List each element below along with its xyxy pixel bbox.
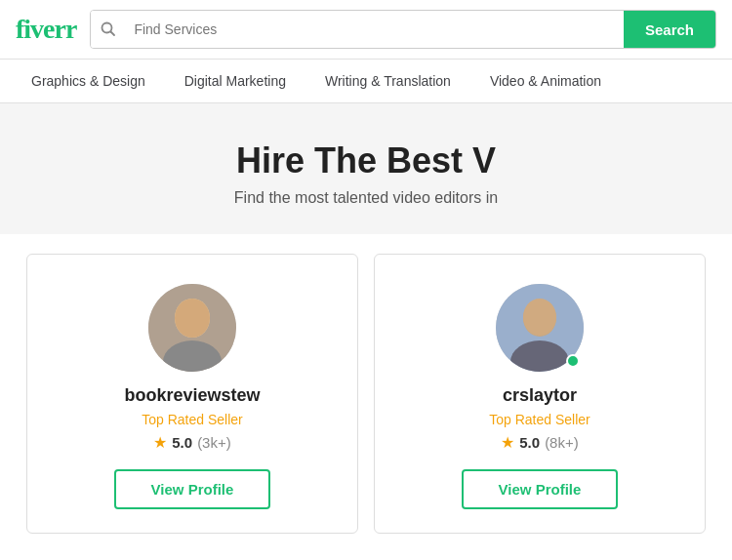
nav-item-digital[interactable]: Digital Marketing: [165, 60, 305, 102]
svg-point-9: [523, 299, 556, 336]
seller-badge-1: Top Rated Seller: [142, 412, 243, 427]
rating-row-1: ★ 5.0 (3k+): [153, 433, 230, 452]
svg-line-1: [111, 32, 115, 36]
logo: fiverr: [16, 14, 76, 45]
cards-area: bookreviewstew Top Rated Seller ★ 5.0 (3…: [0, 234, 732, 553]
rating-count-1: (3k+): [197, 434, 231, 451]
search-input[interactable]: [126, 11, 624, 48]
svg-point-5: [175, 299, 210, 338]
hero-subtitle: Find the most talented video editors in: [20, 189, 712, 207]
seller-badge-2: Top Rated Seller: [489, 412, 590, 427]
hero-title: Hire The Best V: [20, 140, 712, 181]
online-indicator-2: [566, 354, 580, 368]
avatar-1: [148, 284, 236, 372]
search-icon: [91, 11, 126, 48]
header: fiverr Search: [0, 0, 732, 60]
view-profile-button-2[interactable]: View Profile: [462, 469, 619, 509]
star-icon-1: ★: [153, 433, 167, 452]
hero-section: Hire The Best V Find the most talented v…: [0, 103, 732, 234]
view-profile-button-1[interactable]: View Profile: [114, 469, 271, 509]
rating-row-2: ★ 5.0 (8k+): [501, 433, 578, 452]
username-1: bookreviewstew: [124, 385, 260, 406]
nav-item-graphics[interactable]: Graphics & Design: [12, 60, 165, 102]
seller-card-2: crslaytor Top Rated Seller ★ 5.0 (8k+) V…: [374, 254, 706, 534]
rating-count-2: (8k+): [545, 434, 579, 451]
avatar-wrap-1: [148, 284, 236, 372]
search-button[interactable]: Search: [624, 11, 715, 48]
rating-score-2: 5.0: [519, 434, 540, 451]
rating-score-1: 5.0: [172, 434, 192, 451]
star-icon-2: ★: [501, 433, 514, 452]
seller-card-1: bookreviewstew Top Rated Seller ★ 5.0 (3…: [26, 254, 358, 534]
avatar-wrap-2: [496, 284, 584, 372]
nav-item-video[interactable]: Video & Animation: [470, 60, 621, 102]
search-bar: Search: [90, 10, 716, 49]
nav-item-writing[interactable]: Writing & Translation: [305, 60, 470, 102]
main-nav: Graphics & Design Digital Marketing Writ…: [0, 60, 732, 103]
username-2: crslaytor: [503, 385, 577, 406]
